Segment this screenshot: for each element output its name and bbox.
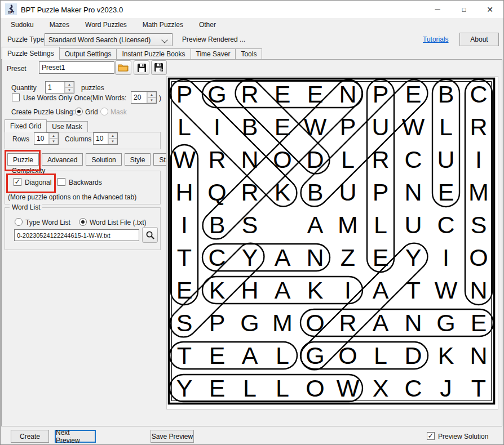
spin-down-icon[interactable]: ▼ xyxy=(147,97,156,103)
svg-text:W: W xyxy=(337,375,360,402)
tab-output-settings[interactable]: Output Settings xyxy=(59,48,117,60)
svg-text:T: T xyxy=(406,277,421,304)
svg-text:R: R xyxy=(339,309,356,336)
word-list-file-radio[interactable] xyxy=(79,218,87,226)
preset-input[interactable]: Preset1 xyxy=(39,61,114,74)
svg-text:C: C xyxy=(404,375,422,402)
spin-up-icon[interactable]: ▲ xyxy=(108,133,117,139)
footer-bar: Create Next Preview Save Preview ✓ Previ… xyxy=(1,426,503,444)
menu-math-puzzles[interactable]: Math Puzzles xyxy=(135,18,191,32)
tab-tools[interactable]: Tools xyxy=(235,48,262,60)
use-words-only-once-label: Use Words Only Once xyxy=(23,94,90,102)
quantity-stepper[interactable]: 1 ▲ ▼ xyxy=(45,81,74,94)
puzzle-type-value: Standard Word Search (Licensed) xyxy=(48,36,151,44)
rows-stepper[interactable]: 10 ▲ ▼ xyxy=(34,132,59,145)
maximize-icon[interactable]: □ xyxy=(451,1,477,18)
min-words-label: (Min Words: xyxy=(90,94,126,102)
next-preview-button[interactable]: Next Preview xyxy=(55,430,96,443)
sub-tab-solution[interactable]: Solution xyxy=(86,153,121,166)
svg-text:A: A xyxy=(242,342,258,369)
quantity-value: 1 xyxy=(46,82,64,93)
svg-text:S: S xyxy=(176,309,193,336)
svg-text:Z: Z xyxy=(341,244,355,271)
svg-text:E: E xyxy=(209,375,226,402)
svg-text:A: A xyxy=(373,277,389,304)
backwards-checkbox[interactable]: ✓ xyxy=(58,178,65,186)
red-highlight-diagonal xyxy=(6,173,56,193)
word-search-preview: PGREENPEBCLIBEWPUWLRWRNODLRCUIHQRKBUPNEM… xyxy=(167,77,498,409)
svg-text:R: R xyxy=(241,81,258,108)
menu-sudoku[interactable]: Sudoku xyxy=(3,18,42,32)
puzzle-type-select[interactable]: Standard Word Search (Licensed) xyxy=(45,33,173,46)
spin-down-icon[interactable]: ▼ xyxy=(108,139,117,144)
title-bar: BPT BPT Puzzle Maker Pro v2023.0 ─ □ ✕ xyxy=(1,1,503,18)
chevron-down-icon xyxy=(161,37,167,43)
preview-solution-checkbox[interactable]: ✓ xyxy=(427,432,435,440)
svg-text:E: E xyxy=(373,244,389,271)
preview-solution-label: Preview Solution xyxy=(438,433,488,440)
menu-other[interactable]: Other xyxy=(191,18,224,32)
main-tab-strip: Puzzle SettingsOutput SettingsInstant Pu… xyxy=(2,47,503,60)
svg-text:L: L xyxy=(341,146,355,173)
svg-text:O: O xyxy=(273,146,291,173)
grid-tab-fixed-grid[interactable]: Fixed Grid xyxy=(5,119,47,132)
open-preset-button[interactable] xyxy=(115,60,131,75)
svg-text:N: N xyxy=(339,81,356,108)
columns-stepper[interactable]: 10 ▲ ▼ xyxy=(93,132,118,145)
use-words-only-once-checkbox[interactable]: ✓ xyxy=(12,94,20,101)
application-window: BPT BPT Puzzle Maker Pro v2023.0 ─ □ ✕ S… xyxy=(0,0,504,445)
tab-time-saver[interactable]: Time Saver xyxy=(191,48,236,60)
svg-text:O: O xyxy=(306,375,324,402)
svg-text:H: H xyxy=(241,277,258,304)
spin-up-icon[interactable]: ▲ xyxy=(147,92,156,97)
create-button[interactable]: Create xyxy=(11,430,49,443)
save-preview-button[interactable]: Save Preview xyxy=(151,430,194,443)
svg-text:P: P xyxy=(209,309,226,336)
svg-text:D: D xyxy=(404,342,422,369)
word-list-file-value: 0-20230524122244615-1-W-W.txt xyxy=(17,232,110,239)
svg-text:R: R xyxy=(208,146,226,173)
about-button[interactable]: About xyxy=(459,33,499,46)
tab-instant-puzzle-books[interactable]: Instant Puzzle Books xyxy=(116,48,191,60)
tab-puzzle-settings[interactable]: Puzzle Settings xyxy=(2,47,60,60)
svg-text:R: R xyxy=(372,146,389,173)
svg-text:O: O xyxy=(338,342,357,369)
word-list-file-input[interactable]: 0-20230524122244615-1-W-W.txt xyxy=(14,229,139,241)
mask-radio[interactable] xyxy=(100,108,108,115)
svg-text:R: R xyxy=(241,179,258,206)
type-word-list-radio[interactable] xyxy=(15,218,23,226)
grid-radio[interactable] xyxy=(75,108,83,115)
svg-text:C: C xyxy=(470,81,487,108)
spin-up-icon[interactable]: ▲ xyxy=(65,82,74,87)
browse-word-list-button[interactable] xyxy=(142,227,158,243)
svg-text:I: I xyxy=(181,211,188,238)
svg-text:M: M xyxy=(468,179,489,206)
type-word-list-label: Type Word List xyxy=(25,219,70,226)
spin-up-icon[interactable]: ▲ xyxy=(49,133,58,139)
svg-text:O: O xyxy=(469,244,488,271)
svg-text:L: L xyxy=(439,113,453,140)
save-preset-as-button[interactable] xyxy=(151,60,167,75)
save-preset-button[interactable] xyxy=(134,60,149,75)
spin-down-icon[interactable]: ▼ xyxy=(65,87,74,93)
rows-label: Rows xyxy=(12,135,29,143)
close-icon[interactable]: ✕ xyxy=(477,1,503,18)
svg-text:I: I xyxy=(344,277,351,304)
svg-text:P: P xyxy=(176,81,193,108)
grid-tab-use-mask[interactable]: Use Mask xyxy=(46,121,87,132)
tutorials-link[interactable]: Tutorials xyxy=(423,35,449,43)
svg-text:N: N xyxy=(241,146,258,173)
svg-text:K: K xyxy=(275,179,291,206)
sub-tab-advanced[interactable]: Advanced xyxy=(42,153,83,166)
min-words-stepper[interactable]: 20 ▲ ▼ xyxy=(131,91,157,104)
spin-down-icon[interactable]: ▼ xyxy=(49,139,58,144)
minimize-icon[interactable]: ─ xyxy=(425,1,450,18)
quantity-label: Quantity xyxy=(11,84,37,92)
svg-text:M: M xyxy=(338,211,358,238)
menu-word-puzzles[interactable]: Word Puzzles xyxy=(77,18,135,32)
word-list-group: Word List xyxy=(5,207,161,250)
svg-text:G: G xyxy=(240,309,259,336)
menu-mazes[interactable]: Mazes xyxy=(42,18,77,32)
sub-tab-style[interactable]: Style xyxy=(125,153,151,166)
svg-text:L: L xyxy=(374,342,387,369)
